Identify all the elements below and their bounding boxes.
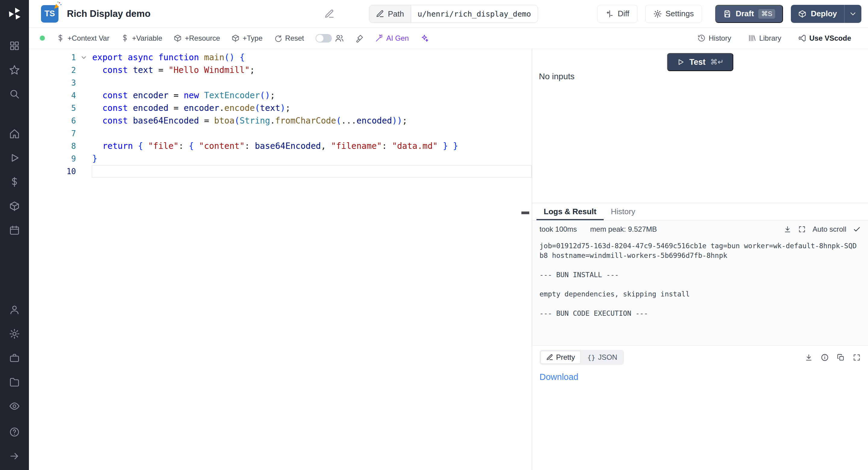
no-inputs-text: No inputs xyxy=(539,72,575,81)
run-stats-row: took 100ms mem peak: 9.527MB Auto scroll xyxy=(532,221,868,238)
tab-history[interactable]: History xyxy=(604,203,643,220)
audit-eye-icon[interactable] xyxy=(8,400,21,412)
code-editor[interactable]: 1export async function main() {2 const t… xyxy=(29,49,532,470)
log-line: --- BUN CODE EXECUTION --- xyxy=(539,309,861,318)
diff-label: Diff xyxy=(618,9,629,19)
add-type-label: +Type xyxy=(243,34,262,42)
user-icon[interactable] xyxy=(8,304,21,316)
code-line-4[interactable]: 4 const encoder = new TextEncoder(); xyxy=(29,89,532,102)
runs-play-icon[interactable] xyxy=(8,152,21,164)
sidebar-group-top xyxy=(8,40,21,100)
log-actions: Auto scroll xyxy=(784,225,861,233)
code-line-7[interactable]: 7 xyxy=(29,127,532,140)
app-root: TS Rich Display demo Path u/henri/rich_d… xyxy=(0,0,868,470)
home-icon[interactable] xyxy=(8,128,21,140)
path-edit-button[interactable]: Path xyxy=(369,5,411,23)
dollar-icon xyxy=(56,34,64,42)
gear-icon xyxy=(653,10,662,18)
ai-sparkles-button[interactable] xyxy=(420,34,429,42)
download-file-link[interactable]: Download xyxy=(539,372,578,382)
apps-grid-icon[interactable] xyxy=(8,40,21,52)
draft-shortcut: ⌘S xyxy=(758,9,775,19)
dollar-icon xyxy=(121,34,129,42)
logs-output[interactable]: job=01912d75-163d-8204-47c9-5469c516cb1e… xyxy=(532,238,868,345)
draft-button[interactable]: Draft ⌘S xyxy=(715,5,783,23)
variables-dollar-icon[interactable] xyxy=(8,176,21,188)
fold-column xyxy=(76,64,92,76)
folder-icon[interactable] xyxy=(8,376,21,388)
main-column: TS Rich Display demo Path u/henri/rich_d… xyxy=(29,0,868,470)
library-button[interactable]: Library xyxy=(748,34,781,42)
star-icon[interactable] xyxy=(8,64,21,76)
diff-icon xyxy=(606,10,614,18)
expand-arrow-icon[interactable] xyxy=(8,450,21,462)
help-icon[interactable] xyxy=(8,426,21,438)
tab-logs-result[interactable]: Logs & Result xyxy=(536,203,604,220)
download-result-icon[interactable] xyxy=(805,353,813,362)
library-label: Library xyxy=(759,34,781,42)
use-vscode-button[interactable]: Use VScode xyxy=(798,34,851,42)
save-icon xyxy=(723,10,732,18)
settings-gear-icon[interactable] xyxy=(8,328,21,340)
log-line xyxy=(539,299,861,309)
code-line-1[interactable]: 1export async function main() { xyxy=(29,51,532,64)
test-button[interactable]: Test ⌘↵ xyxy=(667,53,733,71)
copy-icon[interactable] xyxy=(837,353,845,362)
history-button[interactable]: History xyxy=(698,34,731,42)
schedules-calendar-icon[interactable] xyxy=(8,224,21,236)
resources-cube-icon[interactable] xyxy=(8,200,21,212)
deploy-button[interactable]: Deploy xyxy=(791,5,844,23)
expand-result-icon[interactable] xyxy=(852,353,861,362)
diff-button[interactable]: Diff xyxy=(597,5,638,23)
code-line-6[interactable]: 6 const base64Encoded = btoa(String.from… xyxy=(29,115,532,127)
fold-chevron-icon[interactable] xyxy=(76,51,92,64)
test-shortcut: ⌘↵ xyxy=(710,58,724,66)
took-stat: took 100ms xyxy=(539,225,577,233)
autoscroll-check-icon[interactable] xyxy=(853,225,861,233)
sidebar-group-admin xyxy=(8,304,21,412)
code-line-5[interactable]: 5 const encoded = encoder.encode(text); xyxy=(29,102,532,115)
add-resource-label: +Resource xyxy=(185,34,220,42)
format-brush-button[interactable] xyxy=(355,34,364,42)
code-line-3[interactable]: 3 xyxy=(29,76,532,89)
fold-column xyxy=(76,152,92,165)
deploy-split-button: Deploy xyxy=(791,5,861,23)
add-variable-label: +Variable xyxy=(132,34,162,42)
deploy-dropdown-button[interactable] xyxy=(844,5,861,23)
result-section: Pretty {} JSON xyxy=(532,345,868,470)
deploy-box-icon xyxy=(798,10,807,18)
download-logs-icon[interactable] xyxy=(784,225,792,233)
code-line-8[interactable]: 8 return { "file": { "content": base64En… xyxy=(29,140,532,152)
code-line-2[interactable]: 2 const text = "Hello Windmill"; xyxy=(29,64,532,76)
path-label: Path xyxy=(388,9,404,19)
result-tabs: Logs & Result History xyxy=(532,203,868,221)
party-popper-icon xyxy=(53,1,62,10)
multiplayer-group xyxy=(315,34,344,43)
autoscroll-label: Auto scroll xyxy=(812,225,846,233)
add-resource-button[interactable]: +Resource xyxy=(174,34,220,42)
log-line: --- BUN INSTALL --- xyxy=(539,270,861,280)
status-dot xyxy=(40,36,45,41)
script-path[interactable]: u/henri/rich_display_demo xyxy=(411,5,538,23)
code-line-9[interactable]: 9} xyxy=(29,152,532,165)
overview-ruler-cursor xyxy=(521,212,529,214)
code-line-10[interactable]: 10 xyxy=(29,165,532,178)
search-icon[interactable] xyxy=(8,88,21,100)
json-view-button[interactable]: {} JSON xyxy=(582,351,623,364)
workers-briefcase-icon[interactable] xyxy=(8,352,21,364)
edit-summary-pencil-icon[interactable] xyxy=(324,9,335,19)
pretty-view-button[interactable]: Pretty xyxy=(540,351,581,364)
add-variable-button[interactable]: +Variable xyxy=(121,34,162,42)
ai-gen-button[interactable]: AI Gen xyxy=(375,34,409,42)
reset-button[interactable]: Reset xyxy=(274,34,304,42)
add-type-button[interactable]: +Type xyxy=(231,34,262,42)
info-icon[interactable] xyxy=(821,353,829,362)
vscode-icon xyxy=(798,34,806,42)
settings-button[interactable]: Settings xyxy=(645,5,702,23)
top-header: TS Rich Display demo Path u/henri/rich_d… xyxy=(29,0,868,28)
expand-logs-icon[interactable] xyxy=(798,225,806,233)
typescript-badge: TS xyxy=(41,5,59,23)
windmill-logo-icon[interactable] xyxy=(7,6,22,22)
add-context-var-button[interactable]: +Context Var xyxy=(56,34,110,42)
multiplayer-toggle[interactable] xyxy=(315,34,332,42)
